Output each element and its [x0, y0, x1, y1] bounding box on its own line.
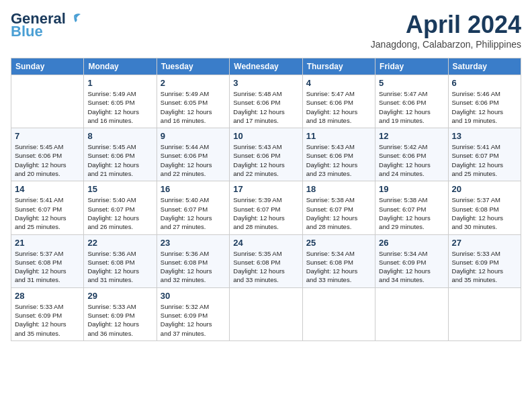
page-header: General Blue April 2024 Janagdong, Calab…: [11, 11, 521, 50]
table-cell: 29Sunrise: 5:33 AM Sunset: 6:09 PM Dayli…: [84, 287, 157, 340]
table-cell: 26Sunrise: 5:34 AM Sunset: 6:09 PM Dayli…: [375, 234, 448, 287]
day-number: 14: [15, 184, 80, 194]
day-info: Sunrise: 5:32 AM Sunset: 6:09 PM Dayligh…: [161, 302, 226, 338]
day-number: 26: [379, 238, 444, 248]
location: Janagdong, Calabarzon, Philippines: [371, 39, 521, 50]
table-cell: 22Sunrise: 5:36 AM Sunset: 6:08 PM Dayli…: [84, 234, 157, 287]
col-monday: Monday: [84, 58, 157, 75]
day-number: 22: [87, 238, 152, 248]
table-cell: [448, 287, 521, 340]
table-cell: 12Sunrise: 5:42 AM Sunset: 6:06 PM Dayli…: [375, 128, 448, 181]
day-number: 8: [87, 131, 152, 141]
table-cell: 21Sunrise: 5:37 AM Sunset: 6:08 PM Dayli…: [11, 234, 84, 287]
day-number: 6: [452, 78, 517, 88]
day-number: 25: [306, 238, 371, 248]
table-cell: 3Sunrise: 5:48 AM Sunset: 6:06 PM Daylig…: [230, 75, 302, 128]
col-friday: Friday: [375, 58, 448, 75]
day-info: Sunrise: 5:39 AM Sunset: 6:07 PM Dayligh…: [233, 195, 298, 231]
table-cell: 10Sunrise: 5:43 AM Sunset: 6:06 PM Dayli…: [230, 128, 302, 181]
calendar-week-row: 21Sunrise: 5:37 AM Sunset: 6:08 PM Dayli…: [11, 234, 521, 287]
day-number: 20: [452, 184, 517, 194]
day-info: Sunrise: 5:40 AM Sunset: 6:07 PM Dayligh…: [87, 195, 152, 231]
day-number: 17: [233, 184, 298, 194]
table-cell: 30Sunrise: 5:32 AM Sunset: 6:09 PM Dayli…: [157, 287, 229, 340]
month-title: April 2024: [371, 11, 521, 39]
logo-bird-icon: [67, 13, 82, 25]
table-cell: 11Sunrise: 5:43 AM Sunset: 6:06 PM Dayli…: [302, 128, 375, 181]
day-info: Sunrise: 5:47 AM Sunset: 6:06 PM Dayligh…: [379, 89, 444, 125]
day-number: 13: [452, 131, 517, 141]
day-info: Sunrise: 5:33 AM Sunset: 6:09 PM Dayligh…: [15, 302, 80, 338]
title-section: April 2024 Janagdong, Calabarzon, Philip…: [371, 11, 521, 50]
table-cell: 23Sunrise: 5:36 AM Sunset: 6:08 PM Dayli…: [157, 234, 229, 287]
day-info: Sunrise: 5:48 AM Sunset: 6:06 PM Dayligh…: [233, 89, 298, 125]
table-cell: 16Sunrise: 5:40 AM Sunset: 6:07 PM Dayli…: [157, 181, 229, 234]
day-info: Sunrise: 5:42 AM Sunset: 6:06 PM Dayligh…: [379, 142, 444, 178]
table-cell: 4Sunrise: 5:47 AM Sunset: 6:06 PM Daylig…: [302, 75, 375, 128]
day-number: 11: [306, 131, 371, 141]
day-info: Sunrise: 5:40 AM Sunset: 6:07 PM Dayligh…: [161, 195, 226, 231]
day-number: 1: [87, 78, 152, 88]
table-cell: [11, 75, 84, 128]
day-number: 4: [306, 78, 371, 88]
table-cell: 7Sunrise: 5:45 AM Sunset: 6:06 PM Daylig…: [11, 128, 84, 181]
col-sunday: Sunday: [11, 58, 84, 75]
day-info: Sunrise: 5:44 AM Sunset: 6:06 PM Dayligh…: [161, 142, 226, 178]
table-cell: 5Sunrise: 5:47 AM Sunset: 6:06 PM Daylig…: [375, 75, 448, 128]
table-cell: 24Sunrise: 5:35 AM Sunset: 6:08 PM Dayli…: [230, 234, 302, 287]
day-number: 30: [161, 291, 226, 301]
day-number: 27: [452, 238, 517, 248]
day-number: 2: [161, 78, 226, 88]
day-number: 5: [379, 78, 444, 88]
day-number: 9: [161, 131, 226, 141]
day-info: Sunrise: 5:43 AM Sunset: 6:06 PM Dayligh…: [233, 142, 298, 178]
table-cell: [230, 287, 302, 340]
col-saturday: Saturday: [448, 58, 521, 75]
day-number: 7: [15, 131, 80, 141]
table-cell: 2Sunrise: 5:49 AM Sunset: 6:05 PM Daylig…: [157, 75, 229, 128]
table-cell: 17Sunrise: 5:39 AM Sunset: 6:07 PM Dayli…: [230, 181, 302, 234]
day-info: Sunrise: 5:41 AM Sunset: 6:07 PM Dayligh…: [15, 195, 80, 231]
day-info: Sunrise: 5:38 AM Sunset: 6:07 PM Dayligh…: [306, 195, 371, 231]
table-cell: 20Sunrise: 5:37 AM Sunset: 6:08 PM Dayli…: [448, 181, 521, 234]
day-info: Sunrise: 5:33 AM Sunset: 6:09 PM Dayligh…: [87, 302, 152, 338]
day-number: 29: [87, 291, 152, 301]
day-info: Sunrise: 5:34 AM Sunset: 6:08 PM Dayligh…: [306, 249, 371, 285]
table-cell: 9Sunrise: 5:44 AM Sunset: 6:06 PM Daylig…: [157, 128, 229, 181]
table-cell: [302, 287, 375, 340]
calendar-week-row: 14Sunrise: 5:41 AM Sunset: 6:07 PM Dayli…: [11, 181, 521, 234]
day-number: 19: [379, 184, 444, 194]
day-info: Sunrise: 5:36 AM Sunset: 6:08 PM Dayligh…: [87, 249, 152, 285]
day-info: Sunrise: 5:38 AM Sunset: 6:07 PM Dayligh…: [379, 195, 444, 231]
day-info: Sunrise: 5:47 AM Sunset: 6:06 PM Dayligh…: [306, 89, 371, 125]
calendar-week-row: 7Sunrise: 5:45 AM Sunset: 6:06 PM Daylig…: [11, 128, 521, 181]
table-cell: 27Sunrise: 5:33 AM Sunset: 6:09 PM Dayli…: [448, 234, 521, 287]
table-cell: 8Sunrise: 5:45 AM Sunset: 6:06 PM Daylig…: [84, 128, 157, 181]
day-info: Sunrise: 5:49 AM Sunset: 6:05 PM Dayligh…: [87, 89, 152, 125]
table-cell: [375, 287, 448, 340]
day-number: 15: [87, 184, 152, 194]
day-info: Sunrise: 5:43 AM Sunset: 6:06 PM Dayligh…: [306, 142, 371, 178]
day-info: Sunrise: 5:36 AM Sunset: 6:08 PM Dayligh…: [161, 249, 226, 285]
day-number: 16: [161, 184, 226, 194]
day-number: 18: [306, 184, 371, 194]
table-cell: 14Sunrise: 5:41 AM Sunset: 6:07 PM Dayli…: [11, 181, 84, 234]
day-number: 28: [15, 291, 80, 301]
col-thursday: Thursday: [302, 58, 375, 75]
table-cell: 13Sunrise: 5:41 AM Sunset: 6:07 PM Dayli…: [448, 128, 521, 181]
calendar-week-row: 1Sunrise: 5:49 AM Sunset: 6:05 PM Daylig…: [11, 75, 521, 128]
table-cell: 28Sunrise: 5:33 AM Sunset: 6:09 PM Dayli…: [11, 287, 84, 340]
day-info: Sunrise: 5:45 AM Sunset: 6:06 PM Dayligh…: [87, 142, 152, 178]
day-number: 12: [379, 131, 444, 141]
day-info: Sunrise: 5:49 AM Sunset: 6:05 PM Dayligh…: [161, 89, 226, 125]
table-cell: 1Sunrise: 5:49 AM Sunset: 6:05 PM Daylig…: [84, 75, 157, 128]
day-info: Sunrise: 5:37 AM Sunset: 6:08 PM Dayligh…: [15, 249, 80, 285]
day-number: 21: [15, 238, 80, 248]
calendar-header-row: Sunday Monday Tuesday Wednesday Thursday…: [11, 58, 521, 75]
calendar-week-row: 28Sunrise: 5:33 AM Sunset: 6:09 PM Dayli…: [11, 287, 521, 340]
day-info: Sunrise: 5:45 AM Sunset: 6:06 PM Dayligh…: [15, 142, 80, 178]
calendar-table: Sunday Monday Tuesday Wednesday Thursday…: [11, 58, 521, 341]
table-cell: 15Sunrise: 5:40 AM Sunset: 6:07 PM Dayli…: [84, 181, 157, 234]
logo-blue: Blue: [11, 23, 43, 40]
table-cell: 6Sunrise: 5:46 AM Sunset: 6:06 PM Daylig…: [448, 75, 521, 128]
